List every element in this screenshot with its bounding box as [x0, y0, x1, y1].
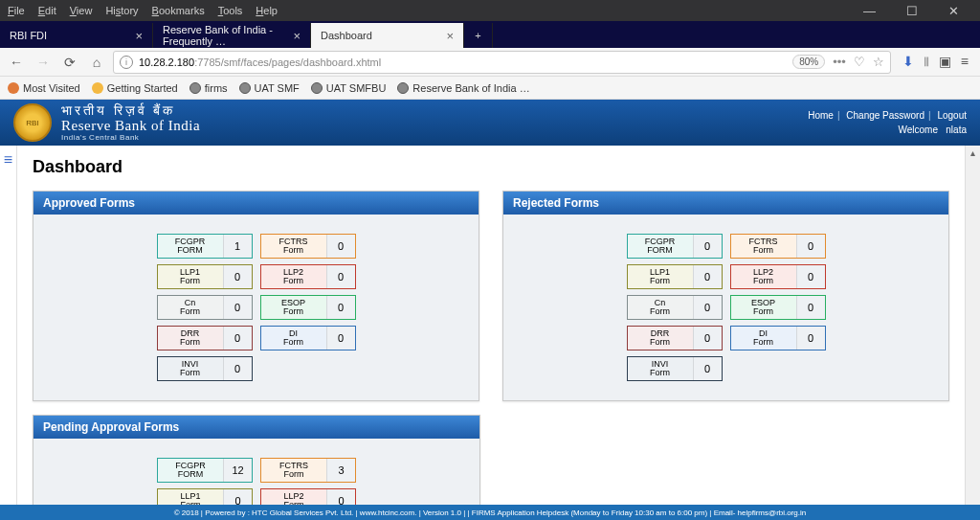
window-minimize-icon[interactable]: —: [863, 4, 876, 18]
hamburger-icon: ≡: [4, 151, 12, 169]
back-button[interactable]: ←: [6, 52, 27, 73]
form-value: 0: [326, 327, 355, 350]
forward-button[interactable]: →: [33, 52, 54, 73]
home-button[interactable]: ⌂: [86, 52, 107, 73]
form-label: DIForm: [731, 327, 796, 350]
url-input[interactable]: i 10.28.2.180:7785/smf/faces/pages/dashb…: [113, 51, 891, 74]
form-cell[interactable]: INVIForm0: [157, 356, 253, 381]
home-link[interactable]: Home: [808, 110, 834, 121]
window-maximize-icon[interactable]: ☐: [906, 4, 918, 18]
star-icon[interactable]: ☆: [873, 55, 884, 69]
menu-file[interactable]: FFileile: [8, 5, 25, 16]
panel-header: Approved Forms: [33, 192, 479, 215]
form-value: 0: [796, 296, 825, 319]
form-value: 12: [223, 459, 252, 482]
form-label: INVIForm: [158, 357, 223, 380]
bank-title-hindi: भारतीय रिज़र्व बैंक: [61, 103, 200, 118]
form-cell[interactable]: FCGPRFORM12: [157, 458, 253, 483]
pocket-icon[interactable]: ♡: [854, 55, 865, 69]
menu-tools[interactable]: Tools: [218, 5, 243, 16]
form-value: 0: [693, 357, 722, 380]
form-cell[interactable]: CnForm0: [157, 295, 253, 320]
form-cell[interactable]: LLP1Form0: [157, 264, 253, 289]
change-password-link[interactable]: Change Password: [846, 110, 924, 121]
form-value: 0: [223, 296, 252, 319]
menu-bookmarks[interactable]: Bookmarks: [152, 5, 205, 16]
form-value: 0: [223, 265, 252, 288]
form-cell[interactable]: CnForm0: [627, 295, 723, 320]
bookmark-getting-started[interactable]: Getting Started: [92, 82, 178, 94]
form-label: INVIForm: [628, 357, 693, 380]
close-icon[interactable]: ×: [135, 29, 143, 43]
bookmark-firms[interactable]: firms: [189, 82, 228, 94]
tab-rbi-fdi[interactable]: RBI FDI ×: [0, 23, 153, 48]
address-bar: ← → ⟳ ⌂ i 10.28.2.180:7785/smf/faces/pag…: [0, 48, 980, 77]
form-cell[interactable]: LLP2Form0: [730, 264, 826, 289]
form-label: ESOPForm: [731, 296, 796, 319]
form-value: 0: [693, 265, 722, 288]
form-cell[interactable]: LLP2Form0: [260, 264, 356, 289]
tab-label: Dashboard: [321, 30, 372, 41]
site-info-icon[interactable]: i: [120, 56, 133, 69]
form-label: DIForm: [261, 327, 326, 350]
tab-rbi-faq[interactable]: Reserve Bank of India - Frequently … ×: [153, 23, 311, 48]
bank-title-english: Reserve Bank of India: [61, 118, 200, 134]
form-cell[interactable]: ESOPForm0: [260, 295, 356, 320]
sidebar-icon[interactable]: ▣: [939, 54, 951, 70]
form-value: 0: [796, 327, 825, 350]
menu-edit[interactable]: Edit: [38, 5, 56, 16]
form-cell[interactable]: INVIForm0: [627, 356, 723, 381]
menu-view[interactable]: View: [70, 5, 93, 16]
form-cell[interactable]: DRRForm0: [627, 326, 723, 350]
browser-tabbar: RBI FDI × Reserve Bank of India - Freque…: [0, 21, 980, 48]
scroll-up-icon[interactable]: ▴: [966, 147, 980, 158]
form-cell[interactable]: ESOPForm0: [730, 295, 826, 320]
form-label: LLP1Form: [628, 265, 693, 288]
zoom-badge[interactable]: 80%: [792, 55, 825, 69]
rbi-logo-icon: RBI: [13, 103, 52, 142]
form-cell[interactable]: DRRForm0: [157, 326, 253, 350]
welcome-label: Welcome: [898, 124, 938, 135]
form-label: FCTRSForm: [731, 235, 796, 258]
form-label: DRRForm: [628, 327, 693, 350]
form-cell[interactable]: FCTRSForm0: [260, 234, 356, 259]
panel-header: Rejected Forms: [503, 192, 948, 215]
download-icon[interactable]: ⬇: [902, 54, 914, 70]
menu-history[interactable]: History: [105, 5, 138, 16]
url-path: :7785/smf/faces/pages/dashboard.xhtml: [194, 57, 381, 68]
approved-forms-panel: Approved Forms FCGPRFORM1FCTRSForm0LLP1F…: [33, 191, 479, 401]
form-value: 1: [223, 235, 252, 258]
menu-help[interactable]: Help: [256, 5, 278, 16]
sidebar-toggle[interactable]: ≡: [0, 146, 17, 520]
bookmark-uat-smf[interactable]: UAT SMF: [239, 82, 300, 94]
form-value: 0: [326, 296, 355, 319]
bookmark-most-visited[interactable]: Most Visited: [8, 82, 80, 94]
page-title: Dashboard: [33, 157, 949, 177]
form-cell[interactable]: FCTRSForm3: [260, 458, 356, 483]
window-close-icon[interactable]: ✕: [948, 4, 959, 18]
form-cell[interactable]: FCTRSForm0: [730, 234, 826, 259]
close-icon[interactable]: ×: [293, 29, 301, 43]
form-cell[interactable]: DIForm0: [730, 326, 826, 350]
form-label: LLP1Form: [158, 265, 223, 288]
form-cell[interactable]: DIForm0: [260, 326, 356, 350]
form-cell[interactable]: LLP1Form0: [627, 264, 723, 289]
main-content: Dashboard Approved Forms FCGPRFORM1FCTRS…: [17, 146, 965, 520]
form-cell[interactable]: FCGPRFORM1: [157, 234, 253, 259]
library-icon[interactable]: ⫴: [924, 54, 929, 70]
form-label: CnForm: [628, 296, 693, 319]
more-icon[interactable]: •••: [833, 55, 846, 69]
reload-button[interactable]: ⟳: [59, 52, 80, 73]
scrollbar[interactable]: ▴ ▾: [965, 146, 980, 520]
logout-link[interactable]: Logout: [937, 110, 967, 121]
bookmark-rbi[interactable]: Reserve Bank of India …: [397, 82, 529, 94]
rejected-forms-panel: Rejected Forms FCGPRFORM0FCTRSForm0LLP1F…: [502, 191, 949, 401]
close-icon[interactable]: ×: [446, 29, 454, 43]
form-cell[interactable]: FCGPRFORM0: [627, 234, 723, 259]
bookmark-uat-smfbu[interactable]: UAT SMFBU: [311, 82, 387, 94]
appmenu-icon[interactable]: ≡: [961, 54, 969, 70]
new-tab-button[interactable]: +: [464, 23, 493, 48]
welcome-user: nlata: [946, 124, 967, 135]
tab-dashboard[interactable]: Dashboard ×: [311, 23, 464, 48]
form-label: FCGPRFORM: [158, 459, 223, 482]
